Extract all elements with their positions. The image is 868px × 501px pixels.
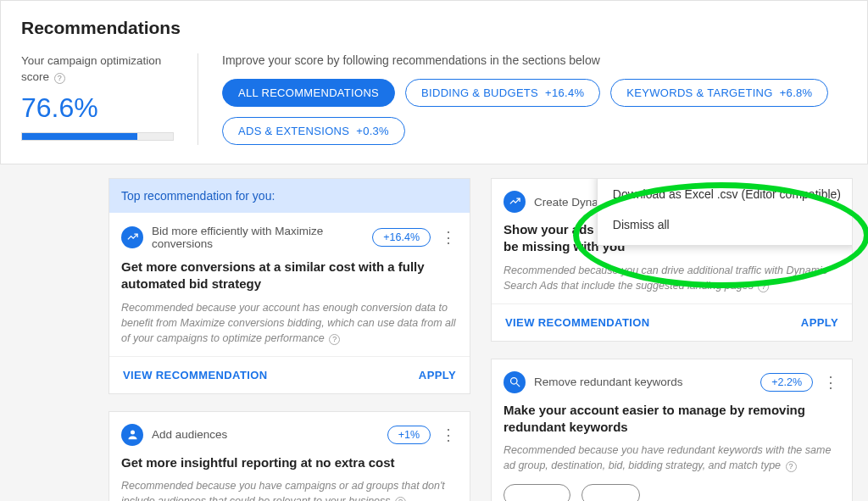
filter-chip[interactable]: ADS & EXTENSIONS+0.3%	[222, 117, 405, 145]
card-desc: Recommended because you have redundant k…	[504, 443, 840, 473]
more-menu-popup: Download as Excel .csv (Editor compatibl…	[597, 178, 853, 246]
help-icon[interactable]: ?	[329, 334, 340, 345]
view-recommendation-link[interactable]: VIEW RECOMMENDATION	[505, 316, 650, 329]
more-menu-icon[interactable]: ⋮	[821, 375, 840, 390]
uplift-badge: +2.2%	[760, 373, 813, 392]
optimization-score-block: Your campaign optimization score ? 76.6%	[21, 53, 174, 145]
more-menu-icon[interactable]: ⋮	[439, 427, 458, 443]
card-head-title: Add audiences	[152, 428, 379, 441]
top-recommendation-banner: Top recommendation for you:	[109, 179, 470, 213]
card-main-title: Get more conversions at a similar cost w…	[121, 259, 458, 293]
filter-chip[interactable]: BIDDING & BUDGETS+16.4%	[405, 79, 600, 107]
page-title: Recommendations	[21, 18, 847, 38]
apply-button[interactable]: APPLY	[419, 369, 456, 381]
search-icon	[504, 371, 526, 393]
help-icon[interactable]: ?	[395, 497, 406, 501]
filters-block: Improve your score by following recommen…	[222, 53, 847, 145]
recommendations-header: Recommendations Your campaign optimizati…	[0, 0, 868, 164]
top-recommendation-card: Top recommendation for you: Bid more eff…	[108, 178, 470, 394]
card-desc: Recommended because you can drive additi…	[504, 263, 840, 293]
filter-chip[interactable]: KEYWORDS & TARGETING+6.8%	[610, 79, 828, 107]
trend-icon	[504, 191, 526, 213]
help-icon[interactable]: ?	[758, 281, 769, 292]
card-main-title: Get more insightful reporting at no extr…	[121, 454, 458, 471]
svg-point-1	[510, 378, 517, 385]
uplift-badge: +16.4%	[372, 228, 431, 247]
score-progress-bar	[21, 132, 174, 141]
keyword-pill[interactable]	[581, 484, 640, 502]
help-icon[interactable]: ?	[54, 73, 65, 84]
uplift-badge: +1%	[387, 426, 431, 444]
filter-chip[interactable]: ALL RECOMMENDATIONS	[222, 79, 395, 107]
svg-point-0	[131, 431, 135, 435]
card-main-title: Make your account easier to manage by re…	[504, 402, 840, 437]
dynamic-search-ads-card: Create Dynamic Show your ads on be missi…	[491, 178, 853, 342]
help-icon[interactable]: ?	[786, 461, 797, 472]
view-recommendation-link[interactable]: VIEW RECOMMENDATION	[123, 369, 268, 381]
filter-chips: ALL RECOMMENDATIONSBIDDING & BUDGETS+16.…	[222, 79, 847, 145]
filters-intro: Improve your score by following recommen…	[222, 53, 847, 67]
add-audiences-card: Add audiences +1% ⋮ Get more insightful …	[108, 411, 470, 501]
card-desc: Recommended because your account has eno…	[121, 300, 458, 346]
card-desc: Recommended because you have campaigns o…	[121, 478, 458, 501]
redundant-keywords-card: Remove redundant keywords +2.2% ⋮ Make y…	[491, 359, 853, 501]
dismiss-all-option[interactable]: Dismiss all	[598, 209, 853, 240]
svg-line-2	[516, 384, 520, 387]
score-label: Your campaign optimization score ?	[21, 53, 174, 86]
more-menu-icon[interactable]: ⋮	[439, 230, 458, 245]
keyword-pill[interactable]	[504, 484, 570, 502]
card-head-title: Remove redundant keywords	[534, 376, 752, 388]
person-icon	[121, 424, 143, 446]
download-csv-option[interactable]: Download as Excel .csv (Editor compatibl…	[598, 179, 853, 209]
trend-icon	[121, 226, 143, 248]
apply-button[interactable]: APPLY	[801, 316, 838, 329]
card-head-title: Bid more efficiently with Maximize conve…	[152, 225, 364, 250]
score-value: 76.6%	[21, 92, 174, 124]
